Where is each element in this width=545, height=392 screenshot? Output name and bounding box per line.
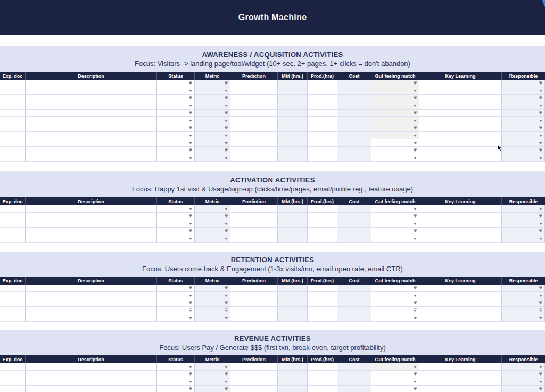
column-header-metric[interactable]: Metric <box>195 355 230 363</box>
dropdown-arrow-icon[interactable] <box>189 310 192 312</box>
dropdown-arrow-icon[interactable] <box>539 127 542 129</box>
column-header-mkt-hrs[interactable]: Mkt (hrs.) <box>278 197 308 205</box>
cell-gut-feeling[interactable] <box>371 213 419 220</box>
cell-responsible[interactable] <box>502 378 545 386</box>
cell-gut-feeling[interactable] <box>371 228 419 235</box>
cell-exp-doc[interactable] <box>0 363 26 371</box>
dropdown-arrow-icon[interactable] <box>189 112 192 114</box>
dropdown-arrow-icon[interactable] <box>539 90 542 92</box>
cell-description[interactable] <box>26 292 157 299</box>
cell-responsible[interactable] <box>502 154 545 162</box>
cell-responsible[interactable] <box>502 102 545 110</box>
dropdown-arrow-icon[interactable] <box>189 149 192 152</box>
dropdown-arrow-icon[interactable] <box>189 120 192 122</box>
cell-status[interactable] <box>157 110 195 117</box>
cell-cost[interactable] <box>337 285 371 292</box>
dropdown-arrow-icon[interactable] <box>414 127 417 129</box>
cell-prod-hrs[interactable] <box>308 80 337 87</box>
dropdown-arrow-icon[interactable] <box>414 388 417 390</box>
dropdown-arrow-icon[interactable] <box>189 223 192 225</box>
cell-responsible[interactable] <box>502 292 545 299</box>
cell-status[interactable] <box>157 95 195 102</box>
cell-metric[interactable] <box>195 147 230 154</box>
cell-metric[interactable] <box>195 386 230 392</box>
cell-description[interactable] <box>26 314 157 322</box>
dropdown-arrow-icon[interactable] <box>539 120 542 122</box>
cell-cost[interactable] <box>337 213 371 220</box>
column-header-prediction[interactable]: Prediction <box>230 277 278 285</box>
cell-status[interactable] <box>157 213 195 220</box>
cell-responsible[interactable] <box>502 205 545 213</box>
cell-key-learning[interactable] <box>419 124 502 132</box>
dropdown-arrow-icon[interactable] <box>189 208 192 210</box>
cell-gut-feeling[interactable] <box>371 87 419 95</box>
cell-mkt-hrs[interactable] <box>278 314 308 322</box>
column-header-description[interactable]: Description <box>26 355 157 363</box>
cell-key-learning[interactable] <box>419 220 502 228</box>
cell-metric[interactable] <box>195 235 230 243</box>
dropdown-arrow-icon[interactable] <box>539 157 542 159</box>
cell-exp-doc[interactable] <box>0 228 26 235</box>
cell-prediction[interactable] <box>230 80 278 87</box>
dropdown-arrow-icon[interactable] <box>539 366 542 368</box>
dropdown-arrow-icon[interactable] <box>189 317 192 319</box>
cell-gut-feeling[interactable] <box>371 285 419 292</box>
cell-exp-doc[interactable] <box>0 235 26 243</box>
cell-prod-hrs[interactable] <box>308 371 337 378</box>
column-header-prediction[interactable]: Prediction <box>230 197 278 205</box>
cell-description[interactable] <box>26 117 157 124</box>
cell-cost[interactable] <box>337 228 371 235</box>
dropdown-arrow-icon[interactable] <box>225 142 228 144</box>
cell-status[interactable] <box>157 363 195 371</box>
cell-gut-feeling[interactable] <box>371 80 419 87</box>
dropdown-arrow-icon[interactable] <box>225 97 228 99</box>
dropdown-arrow-icon[interactable] <box>189 157 192 159</box>
cell-key-learning[interactable] <box>419 363 502 371</box>
cell-exp-doc[interactable] <box>0 132 26 139</box>
dropdown-arrow-icon[interactable] <box>225 112 228 114</box>
cell-prod-hrs[interactable] <box>308 307 337 314</box>
cell-cost[interactable] <box>337 80 371 87</box>
cell-mkt-hrs[interactable] <box>278 285 308 292</box>
column-header-prod-hrs[interactable]: Prod.(hrs) <box>308 72 337 80</box>
cell-gut-feeling[interactable] <box>371 117 419 124</box>
cell-exp-doc[interactable] <box>0 314 26 322</box>
cell-cost[interactable] <box>337 87 371 95</box>
dropdown-arrow-icon[interactable] <box>414 310 417 312</box>
cell-key-learning[interactable] <box>419 139 502 147</box>
cell-mkt-hrs[interactable] <box>278 95 308 102</box>
cell-cost[interactable] <box>337 386 371 392</box>
cell-key-learning[interactable] <box>419 235 502 243</box>
dropdown-arrow-icon[interactable] <box>189 105 192 107</box>
dropdown-arrow-icon[interactable] <box>414 82 417 85</box>
cell-status[interactable] <box>157 87 195 95</box>
cell-status[interactable] <box>157 117 195 124</box>
cell-prod-hrs[interactable] <box>308 132 337 139</box>
dropdown-arrow-icon[interactable] <box>414 90 417 92</box>
column-header-exp-doc[interactable]: Exp. doc <box>0 355 26 363</box>
cell-key-learning[interactable] <box>419 80 502 87</box>
cell-prediction[interactable] <box>230 307 278 314</box>
cell-prediction[interactable] <box>230 363 278 371</box>
dropdown-arrow-icon[interactable] <box>539 230 542 232</box>
column-header-gut-feeling[interactable]: Gut feeling match <box>371 72 419 80</box>
dropdown-arrow-icon[interactable] <box>414 208 417 210</box>
dropdown-arrow-icon[interactable] <box>225 149 228 152</box>
cell-exp-doc[interactable] <box>0 147 26 154</box>
cell-description[interactable] <box>26 80 157 87</box>
cell-metric[interactable] <box>195 154 230 162</box>
cell-metric[interactable] <box>195 314 230 322</box>
column-header-cost[interactable]: Cost <box>337 355 371 363</box>
column-header-prod-hrs[interactable]: Prod.(hrs) <box>308 277 337 285</box>
cell-key-learning[interactable] <box>419 386 502 392</box>
column-header-description[interactable]: Description <box>26 72 157 80</box>
dropdown-arrow-icon[interactable] <box>414 317 417 319</box>
dropdown-arrow-icon[interactable] <box>189 388 192 390</box>
dropdown-arrow-icon[interactable] <box>189 302 192 304</box>
cell-status[interactable] <box>157 299 195 307</box>
cell-status[interactable] <box>157 378 195 386</box>
cell-metric[interactable] <box>195 95 230 102</box>
cell-key-learning[interactable] <box>419 110 502 117</box>
cell-key-learning[interactable] <box>419 154 502 162</box>
cell-exp-doc[interactable] <box>0 292 26 299</box>
